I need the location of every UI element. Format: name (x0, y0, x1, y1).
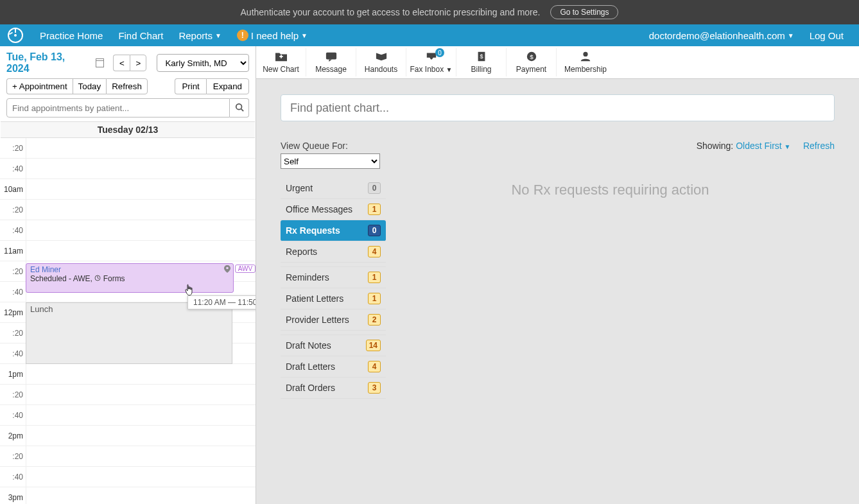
queue-item-reports[interactable]: Reports4 (281, 241, 386, 263)
warning-icon: ! (237, 30, 248, 41)
queue-item-draft-orders[interactable]: Draft Orders3 (281, 378, 386, 399)
queue-refresh-link[interactable]: Refresh (803, 141, 835, 151)
queue-item-patient-letters[interactable]: Patient Letters1 (281, 288, 386, 309)
chat-icon (324, 51, 338, 62)
dollar-icon: $ (525, 51, 539, 62)
queue-count: 4 (368, 361, 381, 372)
queue-item-rx-requests[interactable]: Rx Requests0 (281, 220, 386, 241)
svg-text:$: $ (480, 53, 483, 60)
clock-icon (94, 275, 101, 281)
empty-queue-message: No Rx requests requiring action (386, 178, 835, 399)
fax-inbox-button[interactable]: 0 Fax Inbox ▼ (406, 48, 456, 76)
current-date[interactable]: Tue, Feb 13, 2024 (6, 51, 88, 74)
top-nav: Practice Home Find Chart Reports ▼ ! I n… (0, 24, 859, 46)
new-chart-button[interactable]: New Chart (256, 48, 306, 76)
queue-count: 3 (368, 382, 381, 394)
appt-search-button[interactable] (230, 98, 249, 117)
message-button[interactable]: Message (306, 48, 356, 76)
sort-dropdown[interactable]: Oldest First ▼ (736, 141, 790, 151)
nav-help[interactable]: ! I need help ▼ (229, 30, 315, 41)
queue-item-draft-notes[interactable]: Draft Notes14 (281, 335, 386, 356)
queue-count: 2 (368, 314, 381, 326)
appt-status: Scheduled - AWE, Forms (30, 274, 229, 283)
billing-button[interactable]: $ Billing (456, 48, 507, 76)
queue-item-urgent[interactable]: Urgent0 (281, 178, 386, 199)
app-logo-icon (8, 28, 23, 43)
banner-text: Authenticate your account to get access … (241, 7, 541, 17)
location-pin-icon (224, 265, 230, 275)
queue-count: 1 (368, 272, 381, 283)
svg-text:$: $ (530, 53, 534, 60)
nav-reports[interactable]: Reports ▼ (171, 30, 229, 41)
calendar-panel: Tue, Feb 13, 2024 < > Karly Smith, MD + … (0, 46, 256, 504)
queue-count: 14 (366, 340, 381, 351)
action-iconbar: New Chart Message Handouts 0 Fax Inbox ▼… (256, 46, 859, 79)
queue-list: Urgent0Office Messages1Rx Requests0Repor… (281, 178, 386, 399)
queue-for-label: View Queue For: (281, 141, 383, 151)
refresh-button[interactable]: Refresh (106, 78, 148, 94)
person-icon (578, 51, 593, 62)
appt-search-input[interactable] (6, 98, 230, 117)
patient-chart-search-input[interactable] (281, 94, 835, 121)
nav-logout[interactable]: Log Out (802, 30, 851, 41)
print-button[interactable]: Print (175, 78, 205, 94)
showing-label: Showing: (697, 141, 734, 151)
book-icon (374, 51, 388, 62)
folder-plus-icon (274, 51, 288, 62)
svg-point-3 (226, 267, 229, 270)
appt-patient-name: Ed Miner (30, 265, 229, 274)
handouts-button[interactable]: Handouts (356, 48, 406, 76)
appt-type-tag: AWV (235, 265, 256, 273)
search-icon (235, 103, 244, 112)
queue-item-draft-letters[interactable]: Draft Letters4 (281, 356, 386, 378)
svg-point-0 (236, 103, 241, 109)
nav-find-chart[interactable]: Find Chart (110, 30, 171, 41)
queue-count: 0 (368, 182, 381, 194)
payment-button[interactable]: $ Payment (507, 48, 557, 76)
go-to-settings-button[interactable]: Go to Settings (550, 5, 618, 19)
appt-tooltip: 11:20 AM — 11:50: Ed Miner (187, 295, 256, 309)
next-day-button[interactable]: > (130, 55, 146, 71)
day-header: Tuesday 02/13 (1, 121, 255, 138)
new-appointment-button[interactable]: + Appointment (6, 78, 73, 94)
calendar-icon[interactable] (96, 58, 105, 67)
receipt-icon: $ (474, 51, 489, 62)
svg-rect-5 (281, 55, 282, 58)
provider-select[interactable]: Karly Smith, MD (157, 54, 249, 72)
svg-point-11 (583, 52, 587, 56)
queue-item-office-messages[interactable]: Office Messages1 (281, 199, 386, 220)
queue-count: 1 (368, 204, 381, 215)
prev-day-button[interactable]: < (113, 55, 130, 71)
day-grid[interactable]: Ed Miner Scheduled - AWE, Forms AWV Lunc… (26, 138, 256, 504)
queue-item-reminders[interactable]: Reminders1 (281, 266, 386, 288)
auth-banner: Authenticate your account to get access … (0, 0, 859, 24)
nav-practice-home[interactable]: Practice Home (32, 30, 110, 41)
time-gutter: :20:40 10am:20:40 11am:20:40 12pm:20:40 … (0, 138, 26, 504)
queue-count: 4 (368, 246, 381, 257)
nav-user-menu[interactable]: doctordemo@elationhealth.com ▼ (641, 30, 802, 41)
svg-rect-6 (325, 53, 336, 60)
queue-count: 1 (368, 293, 381, 304)
lunch-block[interactable]: Lunch (26, 302, 232, 364)
fax-badge: 0 (435, 48, 444, 57)
queue-for-select[interactable]: Self (281, 153, 380, 169)
queue-count: 0 (368, 225, 381, 236)
expand-button[interactable]: Expand (206, 78, 249, 94)
appointment-block[interactable]: Ed Miner Scheduled - AWE, Forms (26, 263, 234, 293)
today-button[interactable]: Today (73, 78, 107, 94)
queue-item-provider-letters[interactable]: Provider Letters2 (281, 309, 386, 331)
membership-button[interactable]: Membership (557, 48, 614, 76)
svg-line-1 (241, 109, 243, 111)
